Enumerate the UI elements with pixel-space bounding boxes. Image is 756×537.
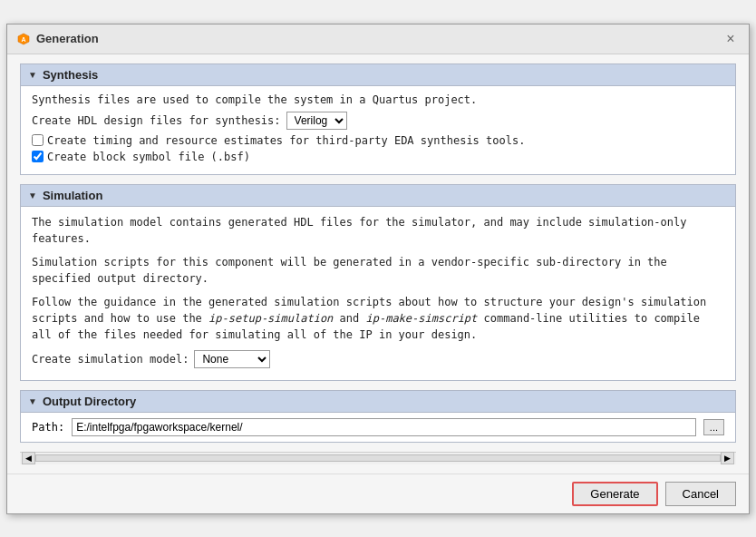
title-bar-left: A Generation [16,32,99,46]
hdl-row: Create HDL design files for synthesis: V… [32,112,724,130]
sim-para3-mid: and [333,312,365,325]
scroll-left-button[interactable]: ◀ [22,452,35,464]
sim-model-select[interactable]: None ModelSim VCS [194,350,270,368]
sim-para1: The simulation model contains generated … [32,214,724,247]
sim-cmd2: ip-make-simscript [365,312,477,325]
sim-cmd1: ip-setup-simulation [208,312,333,325]
path-input[interactable] [72,418,696,436]
simulation-content: The simulation model contains generated … [21,207,735,380]
dialog-body: ▼ Synthesis Synthesis files are used to … [7,54,749,474]
path-label: Path: [32,421,64,434]
close-button[interactable]: × [722,30,740,48]
simulation-arrow: ▼ [28,190,37,200]
sim-model-row: Create simulation model: None ModelSim V… [32,350,724,368]
scroll-track[interactable] [35,454,721,462]
output-header: ▼ Output Directory [21,391,735,413]
synthesis-section: ▼ Synthesis Synthesis files are used to … [20,63,736,175]
synthesis-arrow: ▼ [28,70,37,80]
generate-button[interactable]: Generate [572,482,657,506]
footer: Generate Cancel [7,474,749,513]
bsf-label: Create block symbol file (.bsf) [47,151,250,163]
hdl-select[interactable]: Verilog VHDL [286,112,347,130]
simulation-section: ▼ Simulation The simulation model contai… [20,184,736,381]
output-title: Output Directory [43,395,136,408]
bsf-row: Create block symbol file (.bsf) [32,151,724,163]
simulation-header: ▼ Simulation [21,185,735,207]
sim-para2: Simulation scripts for this component wi… [32,254,724,287]
sim-model-label: Create simulation model: [32,353,189,366]
cancel-button[interactable]: Cancel [665,482,736,506]
synthesis-desc: Synthesis files are used to compile the … [32,93,724,106]
output-arrow: ▼ [28,396,37,406]
synthesis-header: ▼ Synthesis [21,64,735,86]
output-row: Path: ... [21,413,735,442]
title-bar: A Generation × [7,24,749,54]
sim-para3: Follow the guidance in the generated sim… [32,294,724,343]
generation-icon: A [16,32,31,46]
browse-button[interactable]: ... [703,419,724,435]
output-section: ▼ Output Directory Path: ... [20,390,736,443]
timing-row: Create timing and resource estimates for… [32,134,724,147]
scroll-right-button[interactable]: ▶ [721,452,734,464]
hdl-label: Create HDL design files for synthesis: [32,114,281,127]
simulation-title: Simulation [43,189,102,202]
synthesis-title: Synthesis [43,68,98,82]
svg-text:A: A [21,36,25,43]
timing-label: Create timing and resource estimates for… [47,134,525,147]
bsf-checkbox[interactable] [32,151,44,162]
timing-checkbox[interactable] [32,134,44,146]
generation-dialog: A Generation × ▼ Synthesis Synthesis fil… [6,24,750,514]
dialog-title: Generation [36,32,99,45]
synthesis-content: Synthesis files are used to compile the … [21,86,735,174]
scrollbar-area: ◀ ▶ [20,452,736,464]
